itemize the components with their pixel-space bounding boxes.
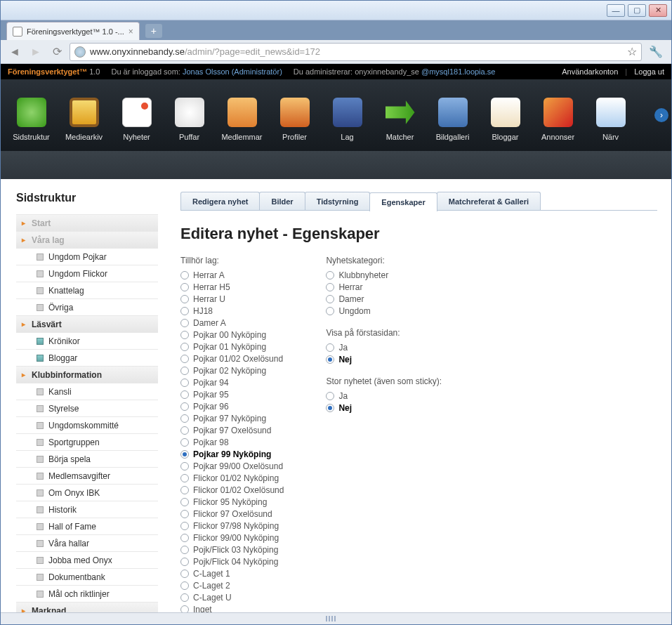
browser-tab[interactable]: Föreningsverktyget™ 1.0 -... ×	[6, 22, 140, 40]
sidebar-item[interactable]: ▸Läsvärt	[16, 315, 158, 332]
team-radio[interactable]: Flickor 01/02 Nyköping	[180, 473, 284, 484]
sidebar-item[interactable]: Bloggar	[16, 349, 158, 366]
ribbon-item-mediearkiv[interactable]: Mediearkiv	[58, 85, 110, 145]
sidebar-item[interactable]: ▸Klubbinformation	[16, 366, 158, 383]
category-radio[interactable]: Herrar	[326, 282, 442, 293]
category-radio[interactable]: Damer	[326, 294, 442, 305]
ribbon-item-nyheter[interactable]: Nyheter	[110, 85, 163, 145]
bookmark-star-icon[interactable]: ☆	[627, 45, 637, 58]
sidebar-title: Sidstruktur	[16, 192, 158, 204]
logout-link[interactable]: Logga ut	[634, 67, 664, 76]
ribbon-scroll-right[interactable]: ›	[654, 108, 668, 122]
sidebar-item[interactable]: Historik	[16, 501, 158, 518]
ribbon-item-matcher[interactable]: Matcher	[374, 85, 426, 145]
back-button[interactable]: ◄	[6, 44, 23, 60]
cms-tab[interactable]: Matchreferat & Galleri	[437, 192, 541, 210]
team-radio[interactable]: Pojkar 94	[180, 377, 284, 388]
team-radio[interactable]: C-Laget U	[180, 592, 284, 603]
team-radio[interactable]: Pojkar 95	[180, 389, 284, 400]
ribbon-item-närv[interactable]: Närv	[584, 85, 637, 145]
window-maximize-button[interactable]: ▢	[628, 4, 646, 17]
team-radio[interactable]: Pojkar 97 Nyköping	[180, 413, 284, 424]
sidebar-item[interactable]: Ungdomskommitté	[16, 416, 158, 433]
ribbon-item-medlemmar[interactable]: Medlemmar	[216, 85, 268, 145]
team-radio[interactable]: Pojk/Flick 03 Nyköping	[180, 544, 284, 555]
team-radio[interactable]: Flickor 95 Nyköping	[180, 496, 284, 508]
sidebar-item[interactable]: Övriga	[16, 298, 158, 315]
sidebar-item[interactable]: ▸Start	[16, 214, 158, 231]
settings-wrench-icon[interactable]: 🔧	[646, 45, 666, 58]
sidebar-item[interactable]: Hall of Fame	[16, 518, 158, 534]
team-radio[interactable]: Flickor 01/02 Oxelösund	[180, 485, 284, 496]
sidebar-item[interactable]: Styrelse	[16, 400, 158, 416]
frontpage-radio[interactable]: Ja	[326, 342, 442, 353]
radio-label: Pojkar 99/00 Oxelösund	[193, 461, 283, 471]
ribbon-label: Nyheter	[123, 133, 150, 141]
accounts-link[interactable]: Användarkonton	[562, 67, 618, 76]
team-radio[interactable]: Pojkar 01/02 Oxelösund	[180, 353, 284, 364]
team-radio[interactable]: Pojkar 02 Nyköping	[180, 365, 284, 376]
window-minimize-button[interactable]: —	[607, 4, 625, 17]
team-radio[interactable]: C-Laget 2	[180, 580, 284, 591]
team-radio[interactable]: Pojkar 99/00 Oxelösund	[180, 461, 284, 472]
address-bar[interactable]: www.onyxinnebandy.se/admin/?page=edit_ne…	[70, 43, 642, 61]
reload-button[interactable]: ⟳	[48, 44, 65, 60]
forward-button[interactable]: ►	[27, 44, 44, 60]
ribbon-item-annonser[interactable]: Annonser	[532, 85, 584, 145]
ribbon-item-bildgalleri[interactable]: Bildgalleri	[426, 85, 479, 145]
team-radio[interactable]: Pojk/Flick 04 Nyköping	[180, 556, 284, 567]
sidebar-item[interactable]: Knattelag	[16, 282, 158, 298]
tab-close-icon[interactable]: ×	[129, 27, 133, 37]
team-radio[interactable]: Flickor 99/00 Nyköping	[180, 532, 284, 544]
team-radio[interactable]: Pojkar 97 Oxelösund	[180, 425, 284, 436]
team-radio[interactable]: Inget	[180, 604, 284, 612]
horizontal-scrollbar[interactable]	[1, 612, 671, 624]
cms-tab[interactable]: Redigera nyhet	[180, 192, 260, 210]
team-radio[interactable]: Damer A	[180, 317, 284, 329]
category-radio[interactable]: Klubbnyheter	[326, 270, 442, 281]
cms-tab[interactable]: Egenskaper	[369, 192, 437, 211]
team-radio[interactable]: Pojkar 96	[180, 401, 284, 412]
cms-tab[interactable]: Tidstyrning	[305, 192, 371, 210]
sidebar-item[interactable]: Börja spela	[16, 450, 158, 467]
sidebar-item[interactable]: Ungdom Pojkar	[16, 248, 158, 265]
sidebar-item[interactable]: Krönikor	[16, 332, 158, 349]
ribbon-item-puffar[interactable]: Puffar	[163, 85, 216, 145]
radio-icon	[326, 392, 334, 400]
sidebar-item[interactable]: Sportgruppen	[16, 433, 158, 450]
new-tab-button[interactable]: +	[145, 24, 162, 38]
sidebar-item[interactable]: ▸Marknad	[16, 602, 158, 612]
sidebar-item[interactable]: Våra hallar	[16, 534, 158, 551]
sidebar-item[interactable]: Dokumentbank	[16, 568, 158, 585]
sidebar-item[interactable]: Ungdom Flickor	[16, 265, 158, 282]
bignews-radio[interactable]: Ja	[326, 390, 442, 402]
sidebar-item[interactable]: Medlemsavgifter	[16, 467, 158, 484]
sidebar-item[interactable]: ▸Våra lag	[16, 231, 158, 248]
ribbon-item-sidstruktur[interactable]: Sidstruktur	[5, 85, 58, 145]
window-close-button[interactable]: ✕	[649, 4, 667, 17]
user-link[interactable]: Jonas Olsson (Administratör)	[183, 67, 282, 76]
sidebar-item[interactable]: Jobba med Onyx	[16, 551, 158, 568]
team-radio[interactable]: Pojkar 00 Nyköping	[180, 329, 284, 341]
category-radio[interactable]: Ungdom	[326, 305, 442, 317]
bignews-radio[interactable]: Nej	[326, 402, 442, 414]
team-radio[interactable]: Flickor 97/98 Nyköping	[180, 520, 284, 532]
team-radio[interactable]: Herrar U	[180, 294, 284, 305]
team-radio[interactable]: Herrar H5	[180, 282, 284, 293]
cms-tab[interactable]: Bilder	[259, 192, 305, 210]
team-radio[interactable]: Herrar A	[180, 270, 284, 281]
team-radio[interactable]: Pojkar 98	[180, 437, 284, 448]
team-radio[interactable]: HJ18	[180, 305, 284, 317]
ribbon-item-profiler[interactable]: Profiler	[268, 85, 321, 145]
sidebar-item[interactable]: Mål och riktlinjer	[16, 585, 158, 602]
ribbon-item-lag[interactable]: Lag	[321, 85, 374, 145]
team-radio[interactable]: Flickor 97 Oxelösund	[180, 508, 284, 520]
frontpage-radio[interactable]: Nej	[326, 354, 442, 365]
team-radio[interactable]: Pojkar 01 Nyköping	[180, 341, 284, 353]
ribbon-item-bloggar[interactable]: Bloggar	[479, 85, 532, 145]
team-radio[interactable]: C-Laget 1	[180, 568, 284, 579]
team-radio[interactable]: Pojkar 99 Nyköping	[180, 449, 284, 460]
sidebar-item[interactable]: Kansli	[16, 383, 158, 400]
db-link[interactable]: @mysql181.loopia.se	[421, 67, 495, 76]
sidebar-item[interactable]: Om Onyx IBK	[16, 484, 158, 501]
